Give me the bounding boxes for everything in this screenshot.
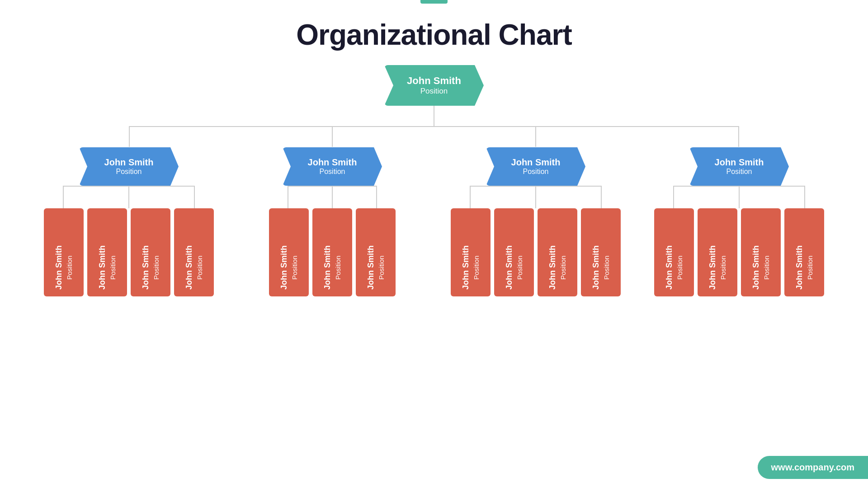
l3-connector-3 — [450, 186, 622, 208]
l2-name-4: John Smith — [715, 157, 764, 168]
l2-node-4: John Smith Position — [689, 147, 789, 186]
l2-node-2: John Smith Position — [283, 147, 382, 186]
l3-node-3-3: John SmithPosition — [538, 208, 577, 296]
l3-text-4-3: John SmithPosition — [751, 245, 770, 290]
l3-row-4: John SmithPosition John SmithPosition Jo… — [654, 208, 824, 296]
top-node: John Smith Position — [384, 65, 484, 106]
l3-text-2-1: John SmithPosition — [279, 245, 298, 290]
l3-node-4-1: John SmithPosition — [654, 208, 694, 296]
l3-text-3-2: John SmithPosition — [505, 245, 524, 290]
vc-1 — [128, 186, 129, 208]
vc-1d — [194, 186, 195, 208]
l3-node-1-1: John SmithPosition — [44, 208, 84, 296]
top-accent — [420, 0, 448, 4]
l3-text-4-1: John SmithPosition — [665, 245, 684, 290]
l3-text-1-3: John SmithPosition — [141, 245, 160, 290]
drop2 — [332, 127, 333, 147]
l3-node-3-1: John SmithPosition — [451, 208, 491, 296]
top-node-name: John Smith — [407, 75, 461, 87]
vc-3 — [535, 186, 536, 208]
vc-1a — [63, 186, 64, 208]
group-2: John Smith Position John SmithPosition J… — [235, 147, 429, 296]
l3-text-2-3: John SmithPosition — [366, 245, 385, 290]
l2-node-1: John Smith Position — [79, 147, 179, 186]
top-node-position: Position — [420, 87, 448, 96]
l2-name-1: John Smith — [104, 157, 154, 168]
l3-node-3-2: John SmithPosition — [494, 208, 534, 296]
vc-2c — [376, 186, 377, 208]
page-title: Organizational Chart — [0, 0, 868, 52]
l2-pos-4: Position — [726, 168, 752, 176]
l3-node-2-3: John SmithPosition — [356, 208, 396, 296]
vc-2a — [288, 186, 288, 208]
drop3 — [535, 127, 536, 147]
l3-text-1-1: John SmithPosition — [54, 245, 73, 290]
hc-2 — [288, 186, 377, 187]
hc-1 — [63, 186, 195, 187]
l3-text-4-4: John SmithPosition — [795, 245, 814, 290]
l3-node-4-4: John SmithPosition — [784, 208, 824, 296]
hc-4 — [673, 186, 805, 187]
l3-connector-1 — [43, 186, 215, 208]
l2-pos-1: Position — [116, 168, 142, 176]
l3-text-2-2: John SmithPosition — [323, 245, 342, 290]
l3-node-1-2: John SmithPosition — [87, 208, 127, 296]
l2-name-3: John Smith — [511, 157, 561, 168]
l3-row-3: John SmithPosition John SmithPosition Jo… — [451, 208, 621, 296]
vc-2 — [332, 186, 333, 208]
group-4: John Smith Position John SmithPosition J… — [642, 147, 836, 296]
l3-node-3-4: John SmithPosition — [581, 208, 621, 296]
vc-3a — [470, 186, 471, 208]
l3-text-3-3: John SmithPosition — [548, 245, 567, 290]
l2-name-2: John Smith — [308, 157, 357, 168]
hc-3 — [470, 186, 602, 187]
website-badge: www.company.com — [758, 456, 868, 479]
l3-text-3-4: John SmithPosition — [591, 245, 610, 290]
l2-node-3: John Smith Position — [486, 147, 585, 186]
l3-row-2: John SmithPosition John SmithPosition Jo… — [269, 208, 396, 296]
vc-3d — [601, 186, 602, 208]
l3-connector-2 — [268, 186, 397, 208]
l2-pos-2: Position — [320, 168, 345, 176]
l3-node-1-4: John SmithPosition — [174, 208, 214, 296]
vc-4 — [739, 186, 740, 208]
l3-connector-4 — [653, 186, 825, 208]
top-vline — [434, 106, 434, 126]
drop1 — [129, 127, 130, 147]
drop4 — [738, 127, 739, 147]
l3-text-1-2: John SmithPosition — [98, 245, 117, 290]
l2-pos-3: Position — [523, 168, 549, 176]
l3-text-1-4: John SmithPosition — [184, 245, 203, 290]
vc-4a — [673, 186, 674, 208]
vc-4d — [804, 186, 805, 208]
l3-node-4-2: John SmithPosition — [698, 208, 737, 296]
chart-container: John Smith Position John Smith Position — [0, 52, 868, 296]
l3-node-2-1: John SmithPosition — [269, 208, 309, 296]
l3-node-4-3: John SmithPosition — [741, 208, 781, 296]
website-text: www.company.com — [771, 462, 854, 472]
l3-row-1: John SmithPosition John SmithPosition Jo… — [44, 208, 214, 296]
l3-node-1-3: John SmithPosition — [131, 208, 170, 296]
group-3: John Smith Position John SmithPosition J… — [439, 147, 633, 296]
l3-node-2-2: John SmithPosition — [312, 208, 352, 296]
level2-groups: John Smith Position John SmithPosition J… — [27, 147, 841, 296]
group-1: John Smith Position John SmithPosition J… — [32, 147, 226, 296]
level2-drops — [129, 127, 739, 147]
l3-text-3-1: John SmithPosition — [461, 245, 480, 290]
l3-text-4-2: John SmithPosition — [708, 245, 727, 290]
